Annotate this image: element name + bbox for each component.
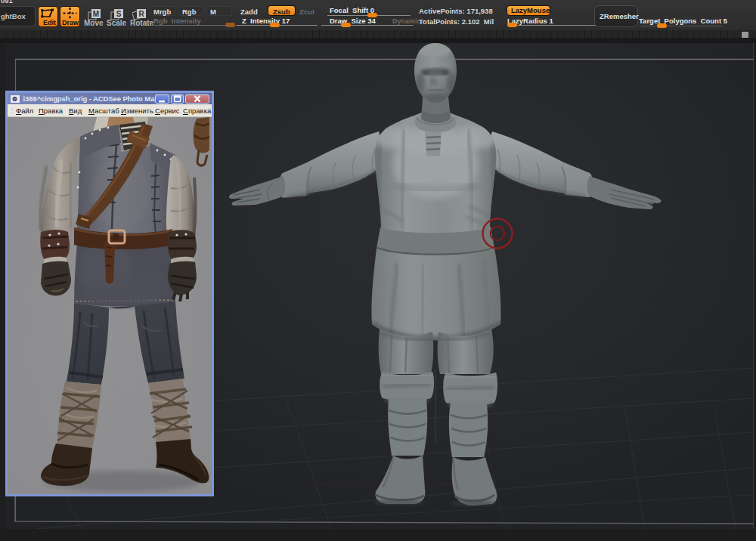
svg-text:S: S xyxy=(116,10,122,18)
svg-text:M: M xyxy=(93,10,99,18)
svg-text:R: R xyxy=(138,10,144,18)
